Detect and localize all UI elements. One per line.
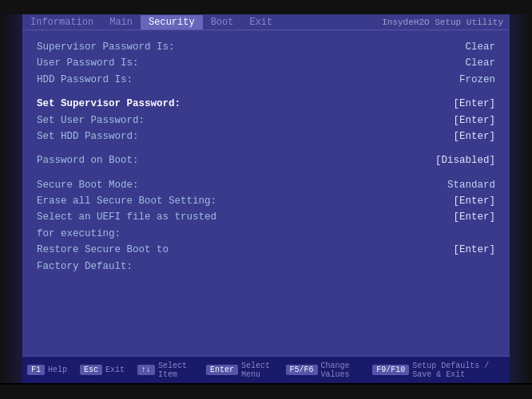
enter-key: Enter bbox=[206, 365, 238, 375]
supervisor-password-value: Clear bbox=[465, 40, 495, 55]
erase-secure-boot-label: Erase all Secure Boot Setting: bbox=[37, 194, 216, 209]
set-supervisor-value: [Enter] bbox=[453, 97, 495, 112]
set-user-label: Set User Password: bbox=[37, 113, 145, 128]
save-exit-label: Setup Defaults / Save & Exit bbox=[412, 361, 505, 379]
f5f6-key: F5/F6 bbox=[286, 365, 318, 375]
restore-secure-boot-value: [Enter] bbox=[453, 243, 495, 258]
user-password-value: Clear bbox=[465, 56, 495, 71]
set-user-row[interactable]: Set User Password: [Enter] bbox=[37, 113, 495, 128]
tab-boot[interactable]: Boot bbox=[203, 15, 242, 30]
select-item-label: Select Item bbox=[158, 361, 193, 379]
user-password-label: User Password Is: bbox=[37, 56, 139, 71]
arrows-key: ↑↓ bbox=[137, 365, 155, 375]
title-bar: Information Main Security Boot Exit Insy… bbox=[22, 14, 510, 30]
secure-boot-mode-value: Standard bbox=[447, 178, 495, 193]
exit-label: Exit bbox=[105, 365, 125, 374]
footer-change-values: F5/F6 Change Values bbox=[286, 361, 360, 379]
footer-select-item: ↑↓ Select Item bbox=[137, 361, 193, 379]
select-uefi-label: Select an UEFI file as trusted bbox=[37, 210, 216, 225]
secure-boot-mode-row[interactable]: Secure Boot Mode: Standard bbox=[37, 178, 495, 193]
nav-tabs[interactable]: Information Main Security Boot Exit bbox=[22, 15, 280, 30]
secure-boot-mode-label: Secure Boot Mode: bbox=[37, 178, 139, 193]
supervisor-password-row: Supervisor Password Is: Clear bbox=[37, 40, 495, 55]
restore-secure-boot-row[interactable]: Restore Secure Boot to [Enter] bbox=[37, 243, 495, 258]
select-uefi-value: [Enter] bbox=[453, 210, 495, 225]
for-executing-row: for executing: bbox=[37, 227, 495, 242]
erase-secure-boot-row[interactable]: Erase all Secure Boot Setting: [Enter] bbox=[37, 194, 495, 209]
select-uefi-row[interactable]: Select an UEFI file as trusted [Enter] bbox=[37, 210, 495, 225]
footer-exit: Esc Exit bbox=[80, 365, 125, 375]
f1-key: F1 bbox=[27, 365, 45, 375]
tab-main[interactable]: Main bbox=[101, 15, 141, 30]
hdd-password-value: Frozen bbox=[459, 73, 495, 88]
set-hdd-value: [Enter] bbox=[453, 129, 495, 144]
footer-help: F1 Help bbox=[27, 365, 67, 375]
select-menu-label: Select Menu bbox=[241, 361, 273, 379]
set-user-value: [Enter] bbox=[453, 113, 495, 128]
content-area: Supervisor Password Is: Clear User Passw… bbox=[22, 30, 510, 356]
f9f10-key: F9/F10 bbox=[372, 365, 409, 375]
change-values-label: Change Values bbox=[321, 361, 360, 379]
hdd-password-row: HDD Password Is: Frozen bbox=[37, 73, 495, 88]
help-label: Help bbox=[48, 365, 67, 374]
bios-title: InsydeH2O Setup Utility bbox=[382, 18, 510, 27]
set-supervisor-label: Set Supervisor Password: bbox=[37, 97, 181, 112]
restore-secure-boot-label: Restore Secure Boot to bbox=[37, 243, 169, 258]
footer-select-menu: Enter Select Menu bbox=[206, 361, 273, 379]
for-executing-label: for executing: bbox=[37, 227, 121, 242]
esc-key: Esc bbox=[80, 365, 102, 375]
bios-screen: Information Main Security Boot Exit Insy… bbox=[22, 14, 510, 383]
factory-default-label: Factory Default: bbox=[37, 259, 133, 275]
tab-exit[interactable]: Exit bbox=[241, 15, 280, 30]
user-password-row: User Password Is: Clear bbox=[37, 56, 495, 71]
footer-bar: F1 Help Esc Exit ↑↓ Select Item Enter Se… bbox=[22, 356, 510, 383]
password-on-boot-value: [Disabled] bbox=[435, 153, 495, 168]
password-on-boot-row[interactable]: Password on Boot: [Disabled] bbox=[37, 153, 495, 168]
password-on-boot-label: Password on Boot: bbox=[37, 153, 139, 168]
supervisor-password-label: Supervisor Password Is: bbox=[37, 40, 175, 55]
erase-secure-boot-value: [Enter] bbox=[453, 194, 495, 209]
hdd-password-label: HDD Password Is: bbox=[37, 73, 133, 88]
set-supervisor-row[interactable]: Set Supervisor Password: [Enter] bbox=[37, 97, 495, 112]
factory-default-row: Factory Default: bbox=[37, 259, 495, 275]
tab-security[interactable]: Security bbox=[141, 15, 203, 30]
set-hdd-label: Set HDD Password: bbox=[37, 129, 139, 144]
tab-information[interactable]: Information bbox=[22, 15, 101, 30]
footer-save-exit: F9/F10 Setup Defaults / Save & Exit bbox=[372, 361, 505, 379]
set-hdd-row[interactable]: Set HDD Password: [Enter] bbox=[37, 129, 495, 144]
